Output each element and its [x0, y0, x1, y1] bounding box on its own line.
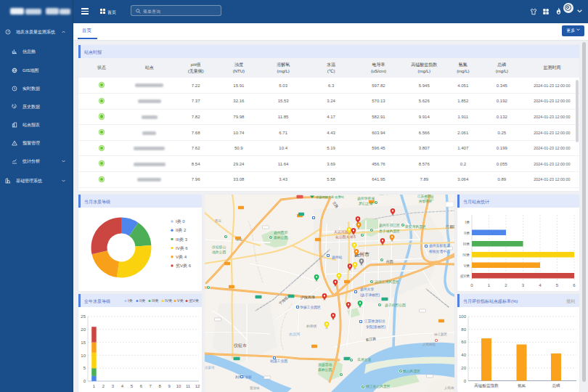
svg-text:仪征市: 仪征市	[234, 343, 247, 348]
svg-text:仪征捺山: 仪征捺山	[211, 245, 226, 250]
svg-text:10: 10	[81, 354, 86, 358]
svg-text:V类 4: V类 4	[176, 255, 187, 259]
svg-text:80: 80	[461, 327, 466, 332]
svg-text:1: 1	[488, 283, 491, 287]
svg-text:人民路: 人民路	[444, 386, 454, 390]
svg-text:100: 100	[459, 314, 467, 319]
svg-text:胡浦工业园: 胡浦工业园	[270, 359, 287, 364]
svg-text:II类: II类	[139, 298, 145, 303]
svg-text:吉运河: 吉运河	[289, 332, 300, 337]
svg-text:利民工业园: 利民工业园	[235, 375, 252, 379]
svg-text:运河三湾风景区: 运河三湾风景区	[375, 279, 399, 284]
svg-text:华摄工业园区: 华摄工业园区	[300, 305, 321, 309]
svg-text:劣V类: 劣V类	[460, 274, 470, 279]
svg-text:3: 3	[522, 283, 525, 287]
svg-text:唐子城风景区: 唐子城风景区	[379, 229, 400, 234]
svg-text:6: 6	[140, 384, 143, 388]
svg-text:1: 1	[93, 384, 96, 388]
svg-text:氨氮: 氨氮	[518, 383, 526, 388]
svg-text:IV类: IV类	[462, 253, 470, 257]
svg-text:10: 10	[176, 384, 181, 388]
svg-text:IV类: IV类	[165, 298, 172, 303]
svg-text:4: 4	[121, 384, 124, 388]
svg-text:12: 12	[195, 384, 200, 388]
svg-text:学院(新校区): 学院(新校区)	[366, 324, 386, 330]
svg-text:劣V类: 劣V类	[189, 298, 199, 303]
svg-text:I类: I类	[128, 298, 133, 303]
svg-text:I类 0: I类 0	[176, 219, 185, 224]
svg-text:梦幻之城: 梦幻之城	[359, 201, 372, 206]
svg-text:5: 5	[83, 366, 86, 370]
svg-text:8: 8	[159, 384, 162, 388]
svg-text:5: 5	[556, 283, 559, 287]
svg-text:黄泵湾风景区: 黄泵湾风景区	[405, 224, 426, 229]
svg-text:江都区: 江都区	[446, 224, 454, 229]
svg-text:3: 3	[112, 384, 115, 388]
svg-text:枢纽交通中心: 枢纽交通中心	[429, 249, 450, 253]
svg-text:高锰酸盐指数: 高锰酸盐指数	[474, 383, 499, 388]
svg-text:4: 4	[539, 283, 542, 287]
svg-text:5: 5	[131, 384, 134, 388]
svg-text:总磷: 总磷	[551, 383, 560, 388]
svg-text:0: 0	[83, 379, 86, 383]
svg-text:20: 20	[461, 366, 466, 370]
svg-text:0: 0	[464, 379, 467, 383]
svg-text:镇江金山风景区: 镇江金山风景区	[365, 385, 391, 388]
svg-text:润扬湿地: 润扬湿地	[318, 362, 332, 367]
svg-text:朱庄: 朱庄	[236, 238, 243, 242]
svg-text:11: 11	[186, 384, 191, 388]
svg-text:20: 20	[81, 327, 86, 332]
svg-text:6: 6	[573, 283, 576, 287]
svg-text:7: 7	[150, 384, 152, 388]
svg-text:III类: III类	[152, 298, 159, 303]
svg-text:60: 60	[461, 340, 466, 344]
svg-text:森林公园: 森林公园	[318, 368, 332, 372]
svg-text:2: 2	[102, 384, 105, 388]
svg-text:II类: II类	[464, 231, 470, 235]
svg-text:25: 25	[81, 314, 86, 319]
svg-text:0: 0	[470, 283, 473, 287]
svg-text:扬州市邗江区: 扬州市邗江区	[379, 223, 400, 228]
svg-text:15: 15	[81, 340, 86, 345]
svg-text:江苏省邵仙: 江苏省邵仙	[417, 195, 434, 198]
svg-text:森林公园: 森林公园	[274, 236, 287, 240]
svg-text:IV类 6: IV类 6	[176, 246, 188, 250]
svg-text:I类: I类	[465, 220, 470, 224]
svg-text:仪家河: 仪家河	[205, 366, 215, 369]
svg-text:V类: V类	[464, 264, 470, 268]
svg-text:40: 40	[461, 353, 466, 357]
svg-text:2: 2	[505, 283, 507, 287]
svg-text:闸管理所: 闸管理所	[419, 199, 433, 204]
svg-text:镇江新区: 镇江新区	[433, 332, 448, 336]
svg-text:劣V类 6: 劣V类 6	[176, 264, 192, 269]
svg-text:人民路段: 人民路段	[422, 343, 436, 346]
svg-text:地质公园: 地质公园	[211, 250, 226, 254]
svg-text:III类 3: III类 3	[176, 237, 188, 242]
svg-text:收费站: 收费站	[379, 195, 388, 195]
svg-text:江苏旅游职业: 江苏旅游职业	[364, 319, 385, 324]
svg-text:扬州东部客运: 扬州东部客运	[429, 243, 450, 248]
svg-text:扬州西郊: 扬州西郊	[274, 230, 287, 235]
svg-text:V类: V类	[177, 298, 184, 303]
svg-text:朴席镇: 朴席镇	[306, 324, 317, 328]
svg-text:9: 9	[168, 384, 171, 388]
svg-text:II类 2: II类 2	[176, 228, 187, 232]
svg-text:III类: III类	[463, 242, 470, 246]
svg-text:焦山风景区: 焦山风景区	[403, 369, 420, 373]
svg-text:西庄: 西庄	[215, 219, 222, 223]
